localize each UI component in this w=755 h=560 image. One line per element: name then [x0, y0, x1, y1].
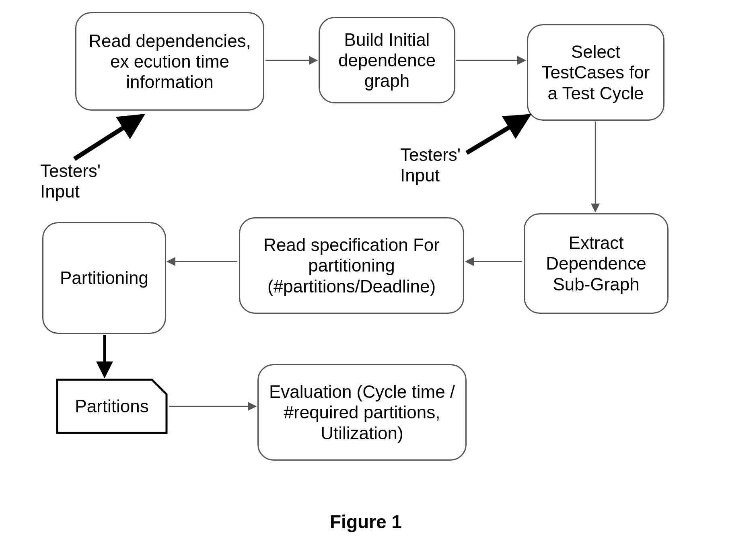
box-label: Read dependencies, ex ecution time infor… [84, 31, 256, 92]
box-partitioning: Partitioning [42, 222, 166, 334]
arrow-testers-left [74, 117, 141, 159]
diagram-stage: Read dependencies, ex ecution time infor… [0, 0, 755, 560]
box-label: Read specification For partitioning (#pa… [247, 235, 456, 296]
box-extract-subgraph: Extract Dependence Sub-Graph [524, 213, 669, 314]
box-label: Evaluation (Cycle time / #required parti… [266, 381, 458, 443]
box-select-testcases: Select TestCases for a Test Cycle [527, 24, 664, 121]
box-read-dependencies: Read dependencies, ex ecution time infor… [75, 12, 264, 111]
label-testers-input-right: Testers' Input [400, 145, 481, 185]
box-label: Select TestCases for a Test Cycle [535, 41, 656, 103]
box-evaluation: Evaluation (Cycle time / #required parti… [257, 364, 467, 461]
box-label: Partitions [75, 396, 148, 416]
label-testers-input-left: Testers' Input [40, 161, 121, 202]
box-build-graph: Build Initial dependence graph [319, 17, 455, 103]
box-label: Extract Dependence Sub-Graph [532, 233, 660, 294]
figure-caption: Figure 1 [330, 511, 402, 533]
box-read-spec: Read specification For partitioning (#pa… [239, 217, 464, 314]
box-partitions-output: Partitions [56, 378, 168, 434]
box-label: Partitioning [60, 268, 148, 288]
box-label: Build Initial dependence graph [327, 29, 447, 91]
